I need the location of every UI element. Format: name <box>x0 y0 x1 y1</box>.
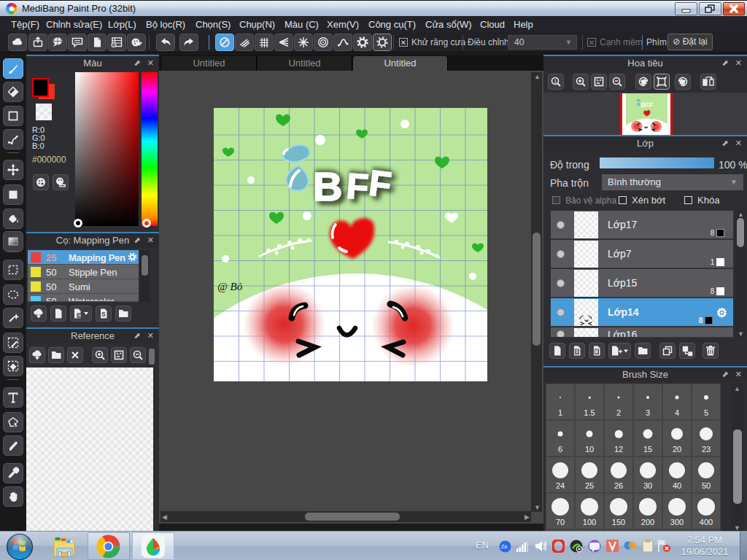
svg-text:B: B <box>313 163 342 209</box>
svg-text:1: 1 <box>596 349 599 354</box>
svg-text:F: F <box>345 166 370 207</box>
svg-text:Za: Za <box>501 544 507 549</box>
svg-text:1: 1 <box>554 79 557 84</box>
svg-text:BFF: BFF <box>641 101 654 109</box>
svg-text:8: 8 <box>576 349 578 354</box>
svg-text:S: S <box>101 311 106 318</box>
svg-text:@ Bỏ: @ Bỏ <box>217 281 243 292</box>
